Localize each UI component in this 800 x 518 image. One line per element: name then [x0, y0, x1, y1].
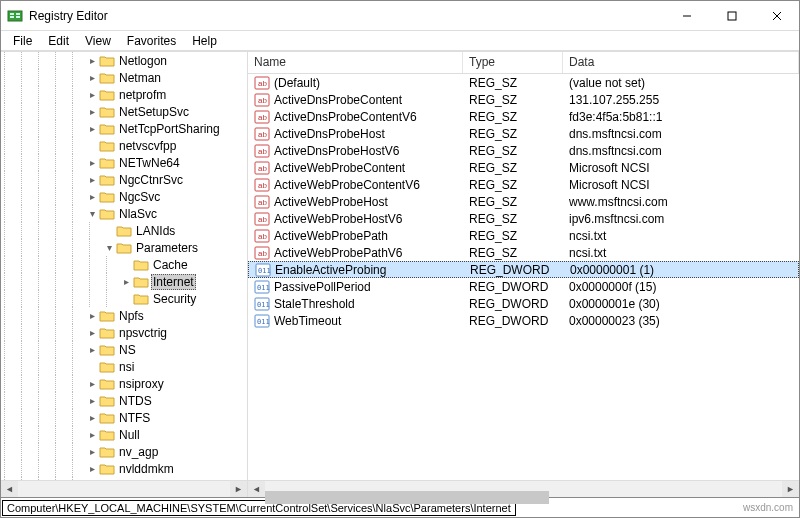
list-row[interactable]: abActiveDnsProbeContentV6REG_SZfd3e:4f5a… [248, 108, 799, 125]
tree-item[interactable]: Cache [1, 256, 247, 273]
column-header-data[interactable]: Data [563, 52, 799, 73]
expander-icon[interactable] [86, 361, 99, 372]
value-name: PassivePollPeriod [274, 280, 371, 294]
close-button[interactable] [754, 1, 799, 30]
value-name: ActiveWebProbeContentV6 [274, 178, 420, 192]
list-row[interactable]: abActiveWebProbePathV6REG_SZncsi.txt [248, 244, 799, 261]
expander-icon[interactable]: ▸ [86, 446, 99, 457]
tree-horizontal-scrollbar[interactable]: ◄ ► [1, 480, 247, 497]
expander-icon[interactable]: ▸ [86, 89, 99, 100]
tree-item-label: Security [151, 292, 198, 306]
tree-item[interactable]: ▸NetTcpPortSharing [1, 120, 247, 137]
list-row[interactable]: abActiveWebProbeContentREG_SZMicrosoft N… [248, 159, 799, 176]
column-header-type[interactable]: Type [463, 52, 563, 73]
svg-text:ab: ab [258, 164, 267, 173]
value-icon: ab [254, 245, 270, 261]
tree-item[interactable]: ▸NETwNe64 [1, 154, 247, 171]
list-horizontal-scrollbar[interactable]: ◄ ► [248, 480, 799, 497]
scroll-left-icon[interactable]: ◄ [1, 481, 18, 498]
tree-item[interactable]: ▸NetSetupSvc [1, 103, 247, 120]
list-row[interactable]: 011StaleThresholdREG_DWORD0x0000001e (30… [248, 295, 799, 312]
column-header-name[interactable]: Name [248, 52, 463, 73]
tree-item[interactable]: ▸Internet [1, 273, 247, 290]
expander-icon[interactable]: ▸ [86, 378, 99, 389]
menu-view[interactable]: View [77, 32, 119, 50]
tree-item[interactable]: LANIds [1, 222, 247, 239]
minimize-button[interactable] [664, 1, 709, 30]
maximize-button[interactable] [709, 1, 754, 30]
expander-icon[interactable]: ▸ [86, 174, 99, 185]
list-row[interactable]: abActiveDnsProbeHostREG_SZdns.msftncsi.c… [248, 125, 799, 142]
tree-item[interactable]: ▸Null [1, 426, 247, 443]
expander-icon[interactable]: ▸ [86, 106, 99, 117]
menu-favorites[interactable]: Favorites [119, 32, 184, 50]
expander-icon[interactable]: ▸ [86, 395, 99, 406]
list-row[interactable]: abActiveWebProbeHostREG_SZwww.msftncsi.c… [248, 193, 799, 210]
scroll-right-icon[interactable]: ► [782, 481, 799, 498]
tree-item[interactable]: ▸npsvctrig [1, 324, 247, 341]
list-row[interactable]: abActiveDnsProbeContentREG_SZ131.107.255… [248, 91, 799, 108]
expander-icon[interactable]: ▸ [86, 344, 99, 355]
tree-item[interactable]: ▸Netlogon [1, 52, 247, 69]
list-view[interactable]: ab(Default)REG_SZ(value not set)abActive… [248, 74, 799, 480]
scroll-thumb[interactable] [265, 491, 549, 504]
list-row[interactable]: abActiveWebProbeContentV6REG_SZMicrosoft… [248, 176, 799, 193]
list-row[interactable]: abActiveWebProbePathREG_SZncsi.txt [248, 227, 799, 244]
tree-item[interactable]: ▾Parameters [1, 239, 247, 256]
scroll-left-icon[interactable]: ◄ [248, 481, 265, 498]
value-data: 131.107.255.255 [563, 93, 799, 107]
tree-view[interactable]: ▸Netlogon▸Netman▸netprofm▸NetSetupSvc▸Ne… [1, 52, 247, 480]
expander-icon[interactable]: ▸ [86, 123, 99, 134]
tree-item[interactable]: ▸NTDS [1, 392, 247, 409]
tree-item[interactable]: Security [1, 290, 247, 307]
expander-icon[interactable]: ▸ [86, 463, 99, 474]
folder-icon [99, 343, 115, 356]
list-row[interactable]: 011PassivePollPeriodREG_DWORD0x0000000f … [248, 278, 799, 295]
value-data: Microsoft NCSI [563, 178, 799, 192]
folder-icon [99, 173, 115, 186]
expander-icon[interactable]: ▸ [86, 310, 99, 321]
expander-icon[interactable]: ▸ [86, 72, 99, 83]
value-icon: 011 [254, 313, 270, 329]
tree-item[interactable]: ▸Netman [1, 69, 247, 86]
tree-item[interactable]: ▸NTFS [1, 409, 247, 426]
svg-text:ab: ab [258, 249, 267, 258]
expander-icon[interactable]: ▸ [86, 191, 99, 202]
scroll-right-icon[interactable]: ► [230, 481, 247, 498]
expander-icon[interactable] [86, 140, 99, 151]
expander-icon[interactable] [120, 259, 133, 270]
tree-item[interactable]: ▸netprofm [1, 86, 247, 103]
expander-icon[interactable]: ▾ [103, 242, 116, 253]
list-row[interactable]: 011EnableActiveProbingREG_DWORD0x0000000… [248, 261, 799, 278]
tree-item[interactable]: ▸nv_agp [1, 443, 247, 460]
menu-edit[interactable]: Edit [40, 32, 77, 50]
expander-icon[interactable] [103, 225, 116, 236]
list-row[interactable]: abActiveWebProbeHostV6REG_SZipv6.msftncs… [248, 210, 799, 227]
expander-icon[interactable] [120, 293, 133, 304]
expander-icon[interactable]: ▸ [86, 55, 99, 66]
list-row[interactable]: 011WebTimeoutREG_DWORD0x00000023 (35) [248, 312, 799, 329]
tree-item[interactable]: ▾NlaSvc [1, 205, 247, 222]
tree-item[interactable]: nsi [1, 358, 247, 375]
value-name: EnableActiveProbing [275, 263, 386, 277]
tree-item[interactable]: ▸nvlddmkm [1, 460, 247, 477]
tree-item[interactable]: ▸nsiproxy [1, 375, 247, 392]
svg-text:ab: ab [258, 232, 267, 241]
window-title: Registry Editor [29, 9, 664, 23]
list-row[interactable]: ab(Default)REG_SZ(value not set) [248, 74, 799, 91]
expander-icon[interactable]: ▸ [86, 157, 99, 168]
expander-icon[interactable]: ▸ [86, 412, 99, 423]
list-row[interactable]: abActiveDnsProbeHostV6REG_SZdns.msftncsi… [248, 142, 799, 159]
tree-item[interactable]: ▸Npfs [1, 307, 247, 324]
titlebar[interactable]: Registry Editor [1, 1, 799, 31]
tree-item[interactable]: ▸NgcCtnrSvc [1, 171, 247, 188]
expander-icon[interactable]: ▸ [86, 429, 99, 440]
tree-item[interactable]: ▸NS [1, 341, 247, 358]
expander-icon[interactable]: ▸ [86, 327, 99, 338]
menu-help[interactable]: Help [184, 32, 225, 50]
menu-file[interactable]: File [5, 32, 40, 50]
tree-item[interactable]: netvscvfpp [1, 137, 247, 154]
tree-item[interactable]: ▸NgcSvc [1, 188, 247, 205]
expander-icon[interactable]: ▸ [120, 276, 133, 287]
expander-icon[interactable]: ▾ [86, 208, 99, 219]
